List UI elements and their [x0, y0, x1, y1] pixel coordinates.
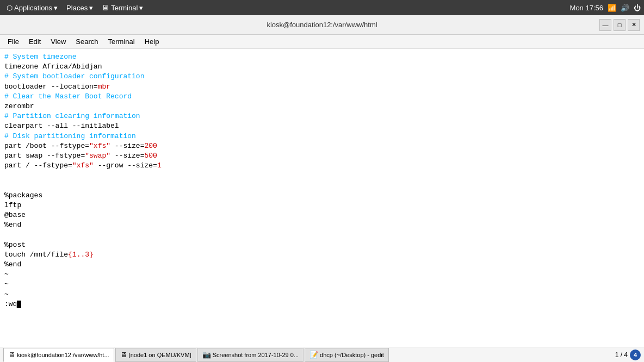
taskbar-gedit[interactable]: 📝 dhcp (~/Desktop) - gedit: [305, 348, 389, 362]
power-icon: ⏻: [634, 4, 641, 12]
terminal-chevron: ▾: [139, 4, 143, 12]
gedit-task-label: dhcp (~/Desktop) - gedit: [320, 352, 384, 358]
places-menu[interactable]: Places ▾: [63, 3, 96, 13]
line-2: timezone Africa/Abidjan: [4, 62, 640, 72]
line-end1: %end: [4, 220, 640, 230]
maximize-button[interactable]: □: [614, 19, 626, 31]
menu-bar: File Edit View Search Terminal Help: [0, 35, 644, 49]
applications-menu[interactable]: ⬡ Applications ▾: [3, 3, 61, 13]
line-5: # Clear the Master Boot Record: [4, 92, 640, 102]
places-label: Places: [66, 4, 88, 12]
volume-icon: 🔊: [621, 4, 629, 12]
terminal-icon-top: 🖥: [102, 3, 109, 12]
line-9: # Disk partitioning information: [4, 132, 640, 141]
terminal-content[interactable]: # System timezone timezone Africa/Abidja…: [0, 49, 644, 347]
time-display: Mon 17:56: [570, 4, 603, 12]
taskbar-kvm[interactable]: 🖥 [node1 on QEMU/KVM]: [115, 348, 196, 362]
terminal-task-icon: 🖥: [8, 351, 15, 359]
menu-view[interactable]: View: [46, 36, 70, 47]
applications-chevron: ▾: [54, 4, 58, 12]
applications-label: Applications: [14, 4, 52, 12]
screenshot-task-icon: 📷: [202, 351, 211, 359]
line-end2: %end: [4, 260, 640, 270]
terminal-task-label: kiosk@foundation12:/var/www/ht...: [17, 352, 109, 358]
line-touch: touch /mnt/file{1..3}: [4, 250, 640, 260]
line-11: part swap --fstype="swap" --size=500: [4, 151, 640, 161]
wifi-icon: 📶: [608, 4, 616, 12]
terminal-window: kiosk@foundation12:/var/www/html — □ ✕ F…: [0, 15, 644, 362]
line-post: %post: [4, 240, 640, 250]
line-blank3: [4, 230, 640, 240]
close-button[interactable]: ✕: [628, 19, 640, 31]
line-blank2: [4, 180, 640, 190]
line-lftp: lftp: [4, 201, 640, 210]
applications-icon: ⬡: [7, 4, 13, 12]
line-packages: %packages: [4, 191, 640, 201]
line-3: # System bootloader configuration: [4, 72, 640, 82]
menu-help[interactable]: Help: [140, 36, 164, 47]
terminal-menu[interactable]: 🖥 Terminal ▾: [98, 2, 146, 13]
terminal-titlebar: kiosk@foundation12:/var/www/html — □ ✕: [0, 15, 644, 35]
taskbar-terminal[interactable]: 🖥 kiosk@foundation12:/var/www/ht...: [3, 348, 114, 362]
places-chevron: ▾: [89, 4, 93, 12]
line-6: zerombr: [4, 102, 640, 111]
line-base: @base: [4, 210, 640, 220]
line-4: bootloader --location=mbr: [4, 82, 640, 92]
screenshot-task-label: Screenshot from 2017-10-29 0...: [213, 352, 299, 358]
menu-file[interactable]: File: [3, 36, 23, 47]
line-tilde3: ~: [4, 290, 640, 299]
line-tilde1: ~: [4, 270, 640, 279]
line-8: clearpart --all --initlabel: [4, 121, 640, 131]
gedit-task-icon: 📝: [309, 351, 318, 359]
menu-edit[interactable]: Edit: [24, 36, 45, 47]
line-blank1: [4, 171, 640, 180]
line-1: # System timezone: [4, 52, 640, 62]
taskbar: 🖥 kiosk@foundation12:/var/www/ht... 🖥 [n…: [0, 347, 644, 362]
page-text: 1 / 4: [615, 351, 628, 359]
terminal-title: kiosk@foundation12:/var/www/html: [267, 21, 377, 29]
minimize-button[interactable]: —: [599, 19, 611, 31]
line-10: part /boot --fstype="xfs" --size=200: [4, 141, 640, 151]
taskbar-screenshot[interactable]: 📷 Screenshot from 2017-10-29 0...: [197, 348, 304, 362]
top-bar: ⬡ Applications ▾ Places ▾ 🖥 Terminal ▾ M…: [0, 0, 644, 15]
page-circle: 4: [630, 349, 641, 360]
kvm-task-label: [node1 on QEMU/KVM]: [129, 352, 191, 358]
line-tilde2: ~: [4, 279, 640, 289]
line-12: part / --fstype="xfs" --grow --size=1: [4, 161, 640, 171]
line-7: # Partition clearing information: [4, 111, 640, 121]
menu-terminal[interactable]: Terminal: [104, 36, 139, 47]
kvm-task-icon: 🖥: [120, 351, 127, 359]
terminal-label: Terminal: [111, 4, 138, 12]
command-line: :wq: [4, 299, 640, 309]
page-indicator: 1 / 4 4: [615, 349, 641, 360]
menu-search[interactable]: Search: [71, 36, 102, 47]
